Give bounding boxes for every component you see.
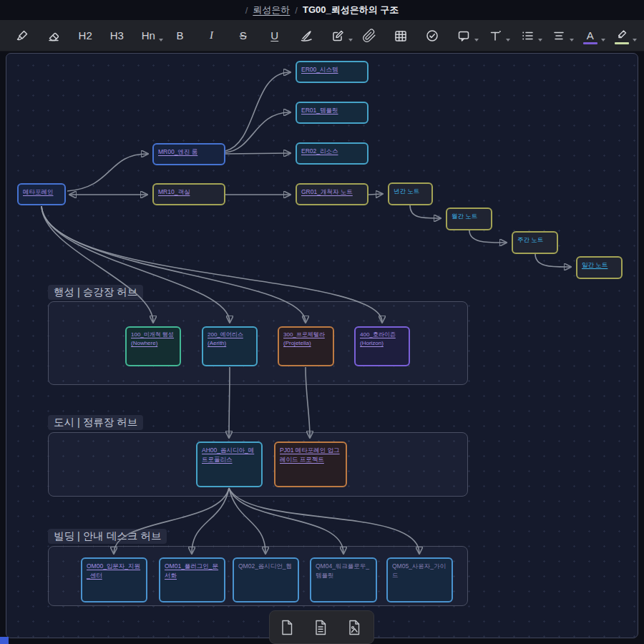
dropdown-caret-icon (159, 39, 163, 42)
node-text-monthly: 월간 노트 (452, 212, 487, 221)
dropdown-caret-icon (474, 39, 479, 42)
table-icon (394, 29, 408, 43)
bold-label: B (176, 29, 183, 42)
format-brush-button[interactable] (11, 25, 33, 47)
dropdown-caret-icon (570, 39, 574, 42)
canvas-node-meta[interactable]: 메타포레인 (17, 183, 66, 205)
eraser-button[interactable] (43, 25, 64, 47)
node-link-gr01[interactable]: GR01_개척자 노트 (301, 187, 363, 197)
node-text-yearly: 년간 노트 (394, 187, 427, 196)
canvas-node-weekly[interactable]: 주간 노트 (512, 231, 558, 254)
node-link-p400-sub[interactable]: (Horizon) (360, 339, 404, 348)
canvas-node-p400[interactable]: 400_호라이즌 (Horizon) (354, 326, 410, 366)
text-style-button[interactable] (484, 25, 506, 47)
node-link-p400[interactable]: 400_호라이즌 (360, 331, 404, 339)
canvas-node-gr01[interactable]: GR01_개척자 노트 (296, 183, 369, 205)
ink-pen-icon (299, 29, 313, 43)
eraser-icon (47, 29, 61, 43)
canvas-node-mr00[interactable]: MR00_엔진 룸 (152, 143, 225, 165)
node-link-meta[interactable]: 메타포레인 (23, 187, 60, 197)
canvas-node-er02[interactable]: ER02_리소스 (296, 142, 369, 165)
node-text-weekly: 주간 노트 (517, 235, 552, 245)
node-link-om00[interactable]: OM00_입문자_지원_센터 (87, 562, 142, 580)
canvas-node-er01[interactable]: ER01_템플릿 (296, 102, 369, 124)
canvas-node-om01[interactable]: OM01_플러그인_문서화 (159, 557, 225, 602)
strikethrough-label: S (240, 29, 247, 42)
italic-label: I (210, 29, 213, 42)
bullet-list-button[interactable] (517, 25, 538, 47)
heading3-button[interactable]: H3 (106, 25, 127, 47)
node-link-p300-sub[interactable]: (Projetella) (283, 339, 328, 348)
dropdown-caret-icon (506, 39, 510, 42)
bullet-list-icon (520, 29, 535, 43)
highlight-color-swatch (615, 42, 629, 44)
edit-note-button[interactable] (327, 25, 348, 47)
group-label-city[interactable]: 도시 | 정류장 허브 (48, 415, 143, 430)
canvas-node-p300[interactable]: 300_프로제텔라 (Projetella) (278, 326, 334, 366)
align-button[interactable] (548, 25, 570, 47)
bold-button[interactable]: B (169, 25, 190, 47)
node-link-p100[interactable]: 100_미개척 행성 (131, 331, 175, 339)
highlighter-icon (615, 27, 629, 42)
group-label-planets[interactable]: 행성 | 승강장 허브 (48, 285, 143, 300)
attachment-button[interactable] (358, 25, 380, 47)
heading-n-button[interactable]: Hn (137, 25, 159, 47)
font-color-button[interactable]: A (580, 25, 601, 47)
breadcrumb: / 뢰성은하 / TG00_뢰성은하의 구조 (0, 0, 644, 20)
dropdown-caret-icon (601, 39, 605, 42)
paperclip-icon (362, 29, 376, 43)
canvas-node-p200[interactable]: 200_에어리스 (Aerith) (202, 326, 258, 366)
node-link-er02[interactable]: ER02_리소스 (301, 147, 363, 156)
breadcrumb-parent-link[interactable]: 뢰성은하 (253, 4, 290, 16)
canvas-node-om00[interactable]: OM00_입문자_지원_센터 (81, 557, 147, 602)
node-link-p200[interactable]: 200_에어리스 (208, 331, 252, 339)
add-card-button[interactable] (278, 619, 296, 636)
heading3-label: H3 (110, 29, 124, 42)
check-circle-icon (425, 29, 439, 43)
canvas-node-yearly[interactable]: 년간 노트 (388, 182, 433, 205)
table-button[interactable] (390, 25, 411, 47)
node-link-p100-sub[interactable]: (Nowhere) (131, 339, 175, 348)
node-link-ah00[interactable]: AH00_옵시디아_메트로폴리스 (202, 446, 257, 464)
canvas-node-daily[interactable]: 일간 노트 (576, 256, 623, 279)
underline-button[interactable]: U (264, 25, 286, 47)
underline-label: U (270, 29, 278, 42)
breadcrumb-separator: / (295, 5, 298, 16)
canvas-node-p100[interactable]: 100_미개척 행성 (Nowhere) (125, 326, 181, 366)
canvas-node-pj01[interactable]: PJ01 메타포레인 업그레이드 프로젝트 (274, 441, 347, 487)
italic-button[interactable]: I (201, 25, 223, 47)
task-check-button[interactable] (421, 25, 443, 47)
breadcrumb-separator: / (245, 5, 248, 16)
canvas-node-qm04[interactable]: QM04_워크플로우_템플릿 (310, 557, 377, 602)
node-link-mr10[interactable]: MR10_객실 (158, 187, 220, 197)
highlight-color-button[interactable] (611, 25, 633, 47)
node-link-p300[interactable]: 300_프로제텔라 (283, 331, 328, 339)
canvas-node-qm05[interactable]: QM05_사용자_가이드 (386, 557, 453, 602)
ink-pen-button[interactable] (296, 25, 317, 47)
add-note-button[interactable] (312, 619, 329, 636)
node-link-daily[interactable]: 일간 노트 (582, 260, 617, 270)
format-brush-icon (15, 29, 29, 43)
node-link-mr00[interactable]: MR00_엔진 룸 (158, 147, 220, 157)
align-center-icon (552, 29, 566, 43)
node-link-pj01[interactable]: PJ01 메타포레인 업그레이드 프로젝트 (280, 446, 341, 464)
heading2-button[interactable]: H2 (74, 25, 96, 47)
font-color-label: A (587, 29, 594, 42)
node-link-p200-sub[interactable]: (Aerith) (208, 339, 252, 348)
node-link-er01[interactable]: ER01_템플릿 (301, 106, 363, 115)
comment-icon (457, 29, 471, 43)
file-text-icon (312, 619, 329, 636)
canvas-node-qm02[interactable]: QM02_옵시디언_웹 (233, 557, 299, 602)
edit-note-icon (331, 29, 345, 43)
canvas-node-er00[interactable]: ER00_시스템 (296, 61, 369, 83)
card-toolbar (269, 610, 374, 644)
canvas-node-ah00[interactable]: AH00_옵시디아_메트로폴리스 (196, 441, 263, 487)
group-label-building[interactable]: 빌딩 | 안내 데스크 허브 (48, 529, 167, 544)
strikethrough-button[interactable]: S (233, 25, 254, 47)
add-media-button[interactable] (346, 619, 363, 636)
node-link-om01[interactable]: OM01_플러그인_문서화 (165, 562, 220, 580)
comment-button[interactable] (453, 25, 474, 47)
node-link-er00[interactable]: ER00_시스템 (301, 65, 363, 74)
canvas-node-mr10[interactable]: MR10_객실 (152, 183, 225, 205)
canvas-node-monthly[interactable]: 월간 노트 (446, 208, 492, 230)
